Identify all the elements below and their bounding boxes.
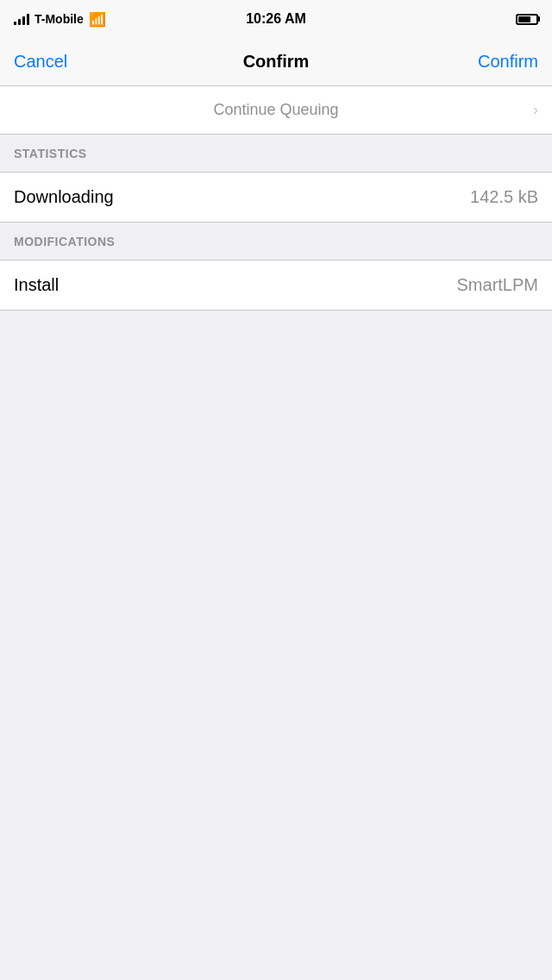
status-bar-right bbox=[516, 14, 538, 25]
statistics-section-header: STATISTICS bbox=[0, 135, 552, 173]
status-bar-left: T-Mobile 📶 bbox=[14, 11, 106, 28]
statistics-header-label: STATISTICS bbox=[14, 147, 87, 160]
modifications-header-label: MODIFICATIONS bbox=[14, 235, 115, 248]
battery-fill bbox=[518, 16, 530, 22]
confirm-button[interactable]: Confirm bbox=[478, 52, 538, 72]
signal-bars-icon bbox=[14, 13, 29, 25]
nav-title: Confirm bbox=[243, 52, 310, 72]
nav-bar: Cancel Confirm Confirm bbox=[0, 38, 552, 86]
downloading-label: Downloading bbox=[14, 187, 114, 207]
modifications-section-header: MODIFICATIONS bbox=[0, 223, 552, 261]
wifi-icon: 📶 bbox=[89, 11, 106, 28]
downloading-row: Downloading 142.5 kB bbox=[0, 173, 552, 223]
continue-queuing-label: Continue Queuing bbox=[213, 101, 338, 119]
status-bar: T-Mobile 📶 10:26 AM bbox=[0, 0, 552, 38]
cancel-button[interactable]: Cancel bbox=[14, 52, 67, 72]
battery-icon bbox=[516, 14, 538, 25]
install-package-name: SmartLPM bbox=[457, 275, 538, 295]
carrier-label: T-Mobile bbox=[34, 12, 84, 26]
install-row: Install SmartLPM bbox=[0, 261, 552, 311]
continue-queuing-row[interactable]: Continue Queuing › bbox=[0, 86, 552, 135]
empty-content-area bbox=[0, 311, 552, 979]
status-bar-time: 10:26 AM bbox=[246, 11, 306, 27]
downloading-size-value: 142.5 kB bbox=[470, 187, 538, 207]
chevron-right-icon: › bbox=[533, 101, 538, 119]
install-label: Install bbox=[14, 275, 59, 295]
